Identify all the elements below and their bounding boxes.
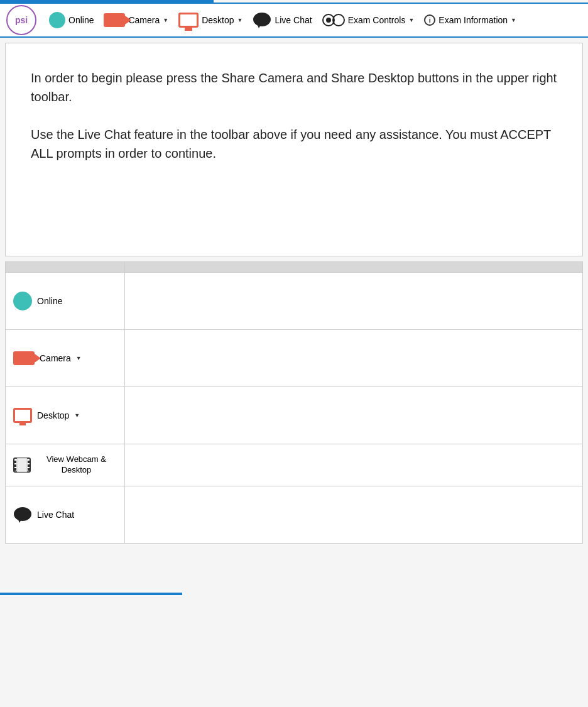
svg-rect-11	[28, 468, 30, 471]
table-header-row	[6, 262, 582, 273]
chat-bubble-icon	[253, 11, 271, 29]
desktop-label: Desktop	[202, 15, 234, 25]
svg-rect-6	[14, 461, 16, 463]
svg-point-13	[14, 507, 31, 521]
row-film-icon	[13, 458, 31, 473]
psi-logo: psi	[6, 5, 36, 35]
camera-button[interactable]: Camera ▼	[100, 11, 172, 30]
table-row: Online	[6, 273, 582, 330]
svg-rect-8	[14, 468, 16, 471]
toolbar: psi Online Camera ▼ Desktop ▼ Live Chat …	[0, 3, 588, 38]
info-table: Online Camera ▼ Desktop ▼	[5, 261, 583, 544]
svg-point-0	[253, 13, 271, 26]
svg-point-3	[326, 18, 331, 23]
desktop-row-arrow: ▼	[74, 412, 80, 419]
table-header-left	[6, 262, 125, 272]
livechat-row-cell-right	[125, 486, 582, 543]
camera-row-cell-right	[125, 330, 582, 386]
table-row: View Webcam & Desktop	[6, 444, 582, 486]
webcam-row-label: View Webcam & Desktop	[36, 454, 117, 476]
info-icon: i	[424, 14, 435, 26]
desktop-row-cell-left: Desktop ▼	[6, 387, 125, 444]
online-status: Online	[45, 9, 97, 31]
exam-controls-icon	[322, 13, 345, 28]
exam-information-button[interactable]: i Exam Information ▼	[420, 12, 520, 28]
desktop-dropdown-arrow: ▼	[237, 17, 243, 23]
instruction-paragraph-1: In order to begin please press the Share…	[31, 69, 557, 106]
camera-label: Camera	[128, 15, 160, 25]
exam-information-label: Exam Information	[438, 15, 508, 25]
table-row: Live Chat	[6, 486, 582, 543]
webcam-row-cell-left[interactable]: View Webcam & Desktop	[6, 444, 125, 486]
livechat-row-cell-left: Live Chat	[6, 486, 125, 543]
desktop-row-cell-right	[125, 387, 582, 444]
camera-row-cell-left: Camera ▼	[6, 330, 125, 386]
exam-controls-dropdown-arrow: ▼	[408, 17, 414, 23]
desktop-button[interactable]: Desktop ▼	[175, 10, 246, 30]
row-camera-icon	[13, 351, 35, 365]
webcam-row-cell-right	[125, 444, 582, 486]
livechat-label: Live Chat	[275, 15, 312, 25]
camera-row-label: Camera	[40, 353, 71, 363]
table-row: Desktop ▼	[6, 387, 582, 444]
svg-rect-12	[17, 458, 27, 472]
exam-controls-label: Exam Controls	[348, 15, 406, 25]
row-desktop-icon	[13, 408, 32, 423]
svg-rect-10	[28, 464, 30, 467]
exam-controls-button[interactable]: Exam Controls ▼	[318, 10, 418, 30]
online-dot-icon	[49, 12, 65, 28]
svg-rect-9	[28, 461, 30, 463]
desktop-icon	[178, 13, 199, 28]
table-row: Camera ▼	[6, 330, 582, 387]
desktop-row-label: Desktop	[37, 410, 69, 420]
livechat-row-label: Live Chat	[37, 510, 74, 520]
online-row-cell-right	[125, 273, 582, 329]
row-online-dot-icon	[13, 292, 32, 310]
camera-icon	[104, 13, 125, 27]
row-chat-bubble-icon	[13, 506, 32, 523]
online-row-cell-left: Online	[6, 273, 125, 329]
table-header-right	[125, 262, 582, 272]
camera-dropdown-arrow: ▼	[163, 17, 168, 23]
svg-rect-7	[14, 464, 16, 467]
spacer	[0, 549, 588, 574]
main-content-area: In order to begin please press the Share…	[5, 43, 583, 256]
livechat-button[interactable]: Live Chat	[249, 9, 315, 31]
online-row-label: Online	[37, 296, 62, 306]
camera-row-arrow: ▼	[76, 355, 82, 361]
bottom-blue-bar	[0, 593, 182, 595]
exam-info-dropdown-arrow: ▼	[511, 17, 516, 23]
online-label: Online	[68, 15, 94, 25]
instruction-paragraph-2: Use the Live Chat feature in the toolbar…	[31, 125, 557, 163]
